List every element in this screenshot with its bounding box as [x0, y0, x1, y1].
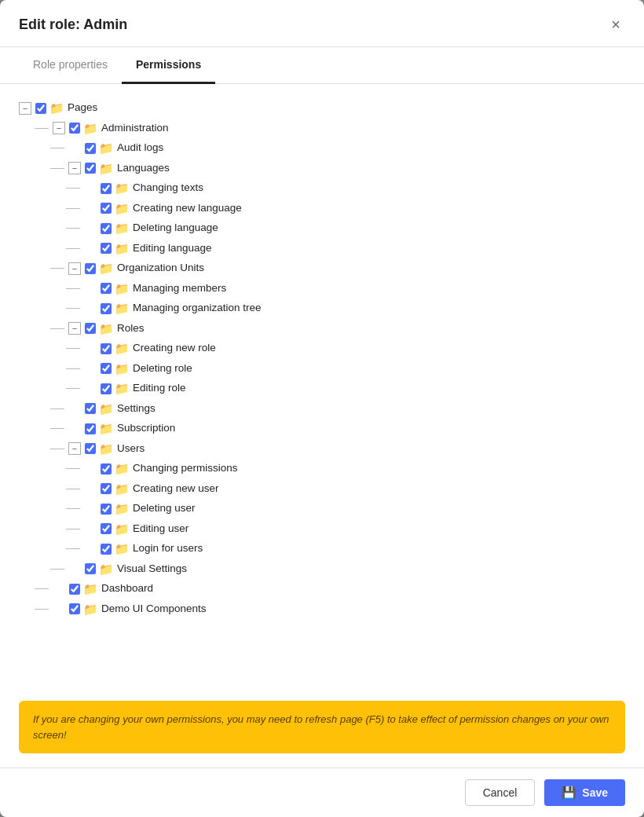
- tree-row: 📁 Deleting role: [19, 359, 625, 379]
- close-button[interactable]: ×: [606, 14, 625, 35]
- users-label[interactable]: 📁 Users: [85, 439, 145, 460]
- pages-checkbox[interactable]: [35, 103, 46, 114]
- editing-role-label[interactable]: 📁 Editing role: [101, 379, 186, 399]
- tree-row: 📁 Settings: [19, 399, 625, 419]
- save-button[interactable]: 💾 Save: [544, 779, 625, 806]
- tree-row: 📁 Editing role: [19, 379, 625, 399]
- expand-roles[interactable]: −: [68, 322, 81, 335]
- login-for-users-label[interactable]: 📁 Login for users: [101, 539, 203, 559]
- deleting-user-checkbox[interactable]: [101, 504, 112, 515]
- folder-icon: 📁: [99, 399, 114, 419]
- org-units-label[interactable]: 📁 Organization Units: [85, 258, 204, 279]
- managing-members-label[interactable]: 📁 Managing members: [101, 279, 226, 299]
- tree-row: − 📁 Pages: [19, 98, 625, 119]
- folder-icon: 📁: [115, 519, 130, 540]
- dashboard-checkbox[interactable]: [69, 584, 80, 595]
- permissions-tree: − 📁 Pages − 📁 Administration: [19, 98, 625, 619]
- expand-org-units[interactable]: −: [68, 262, 81, 275]
- creating-new-user-label[interactable]: 📁 Creating new user: [101, 479, 219, 500]
- subscription-label[interactable]: 📁 Subscription: [85, 419, 175, 439]
- modal-header: Edit role: Admin ×: [0, 0, 644, 47]
- changing-permissions-checkbox[interactable]: [101, 463, 112, 474]
- languages-checkbox[interactable]: [85, 163, 96, 174]
- tree-row: 📁 Changing texts: [19, 178, 625, 199]
- deleting-language-checkbox[interactable]: [101, 223, 112, 234]
- audit-logs-checkbox[interactable]: [85, 143, 96, 154]
- login-for-users-checkbox[interactable]: [101, 544, 112, 555]
- settings-label[interactable]: 📁 Settings: [85, 399, 156, 419]
- deleting-language-label[interactable]: 📁 Deleting language: [101, 218, 218, 239]
- folder-icon: 📁: [115, 379, 130, 399]
- pages-label[interactable]: 📁 Pages: [35, 98, 97, 119]
- tree-row: 📁 Creating new language: [19, 199, 625, 219]
- changing-texts-checkbox[interactable]: [101, 183, 112, 194]
- users-checkbox[interactable]: [85, 443, 96, 454]
- deleting-role-label[interactable]: 📁 Deleting role: [101, 359, 192, 379]
- modal: Edit role: Admin × Role properties Permi…: [0, 0, 644, 817]
- roles-label[interactable]: 📁 Roles: [85, 319, 145, 339]
- tab-role-properties[interactable]: Role properties: [19, 47, 122, 84]
- folder-icon: 📁: [115, 339, 130, 359]
- languages-label[interactable]: 📁 Languages: [85, 159, 170, 179]
- folder-icon: 📁: [115, 479, 130, 500]
- settings-checkbox[interactable]: [85, 403, 96, 414]
- folder-icon: 📁: [83, 579, 98, 599]
- folder-icon: 📁: [115, 199, 130, 219]
- tabs-bar: Role properties Permissions: [0, 47, 644, 84]
- audit-logs-label[interactable]: 📁 Audit logs: [85, 138, 163, 159]
- editing-language-label[interactable]: 📁 Editing language: [101, 239, 212, 259]
- administration-checkbox[interactable]: [69, 123, 80, 134]
- folder-icon: 📁: [99, 419, 114, 439]
- managing-org-tree-label[interactable]: 📁 Managing organization tree: [101, 299, 262, 319]
- creating-new-role-label[interactable]: 📁 Creating new role: [101, 339, 216, 359]
- tree-row: 📁 Subscription: [19, 419, 625, 439]
- editing-role-checkbox[interactable]: [101, 383, 112, 394]
- tree-row: 📁 Demo UI Components: [19, 599, 625, 620]
- folder-icon: 📁: [115, 178, 130, 199]
- expand-administration[interactable]: −: [53, 122, 65, 134]
- modal-body: − 📁 Pages − 📁 Administration: [0, 84, 644, 693]
- demo-ui-label[interactable]: 📁 Demo UI Components: [69, 599, 207, 620]
- folder-icon: 📁: [115, 499, 130, 519]
- tree-row: 📁 Creating new user: [19, 479, 625, 500]
- tree-row: 📁 Deleting language: [19, 218, 625, 239]
- folder-icon: 📁: [49, 98, 64, 119]
- folder-icon: 📁: [115, 299, 130, 319]
- tab-permissions[interactable]: Permissions: [122, 47, 215, 84]
- folder-icon: 📁: [115, 239, 130, 259]
- folder-icon: 📁: [99, 319, 114, 339]
- expand-users[interactable]: −: [68, 442, 81, 455]
- editing-language-checkbox[interactable]: [101, 243, 112, 254]
- creating-new-language-checkbox[interactable]: [101, 203, 112, 214]
- tree-row: − 📁 Languages: [19, 159, 625, 179]
- deleting-user-label[interactable]: 📁 Deleting user: [101, 499, 196, 519]
- creating-new-language-label[interactable]: 📁 Creating new language: [101, 199, 242, 219]
- subscription-checkbox[interactable]: [85, 423, 96, 434]
- visual-settings-label[interactable]: 📁 Visual Settings: [85, 559, 187, 580]
- deleting-role-checkbox[interactable]: [101, 363, 112, 374]
- editing-user-label[interactable]: 📁 Editing user: [101, 519, 188, 540]
- demo-ui-checkbox[interactable]: [69, 603, 80, 614]
- managing-members-checkbox[interactable]: [101, 283, 112, 294]
- expand-pages[interactable]: −: [19, 102, 31, 115]
- org-units-checkbox[interactable]: [85, 263, 96, 274]
- administration-label[interactable]: 📁 Administration: [69, 119, 169, 139]
- changing-permissions-label[interactable]: 📁 Changing permissions: [101, 459, 238, 479]
- cancel-button[interactable]: Cancel: [465, 779, 536, 806]
- creating-new-user-checkbox[interactable]: [101, 483, 112, 494]
- roles-checkbox[interactable]: [85, 323, 96, 334]
- dashboard-label[interactable]: 📁 Dashboard: [69, 579, 153, 599]
- changing-texts-label[interactable]: 📁 Changing texts: [101, 178, 203, 199]
- editing-user-checkbox[interactable]: [101, 523, 112, 534]
- creating-new-role-checkbox[interactable]: [101, 343, 112, 354]
- visual-settings-checkbox[interactable]: [85, 563, 96, 574]
- tree-row: − 📁 Organization Units: [19, 258, 625, 279]
- tree-row: 📁 Deleting user: [19, 499, 625, 519]
- tree-row: 📁 Visual Settings: [19, 559, 625, 580]
- tree-row: 📁 Editing language: [19, 239, 625, 259]
- folder-icon: 📁: [115, 359, 130, 379]
- managing-org-tree-checkbox[interactable]: [101, 303, 112, 314]
- folder-icon: 📁: [83, 119, 98, 139]
- expand-languages[interactable]: −: [68, 162, 81, 174]
- folder-icon: 📁: [99, 439, 114, 460]
